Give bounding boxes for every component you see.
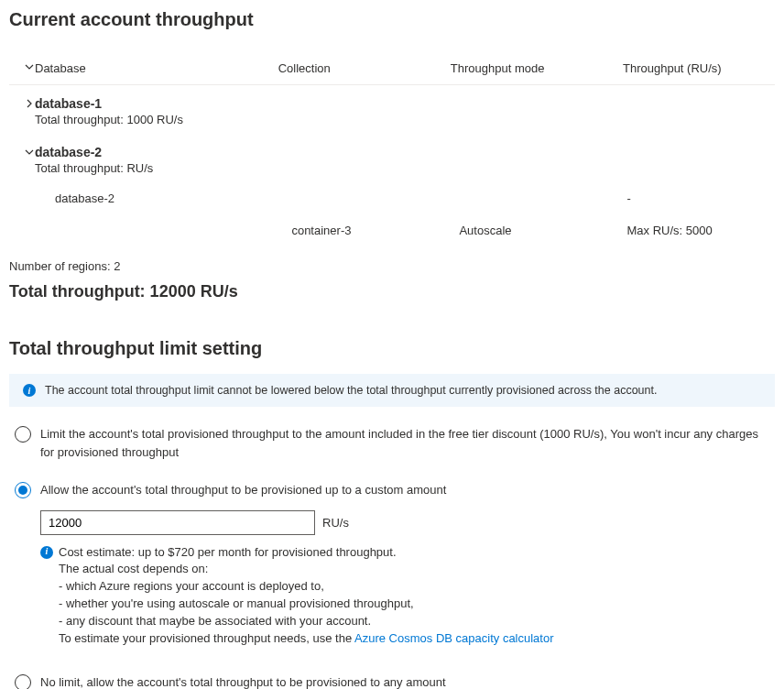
custom-amount-block: RU/s i Cost estimate: up to $720 per mon…	[40, 510, 775, 648]
database-row[interactable]: database-1 Total throughput: 1000 RU/s	[9, 85, 775, 134]
page-title: Current account throughput	[9, 9, 775, 30]
database-row[interactable]: database-2 Total throughput: RU/s	[9, 134, 775, 182]
radio-button[interactable]	[15, 674, 31, 689]
radio-group: Limit the account's total provisioned th…	[9, 425, 775, 689]
capacity-calculator-link[interactable]: Azure Cosmos DB capacity calculator	[354, 631, 553, 645]
column-header-throughput: Throughput (RU/s)	[623, 61, 775, 75]
table-row: container-3 Autoscale Max RU/s: 5000	[9, 214, 775, 246]
database-subtitle: Total throughput: RU/s	[35, 161, 775, 175]
radio-option-custom[interactable]: Allow the account's total throughput to …	[9, 481, 775, 499]
chevron-right-icon[interactable]	[9, 96, 35, 112]
cost-estimate-line: To estimate your provisioned throughput …	[59, 630, 775, 648]
radio-label: Allow the account's total throughput to …	[40, 481, 769, 499]
total-throughput: Total throughput: 12000 RU/s	[9, 282, 775, 301]
cost-estimate-bullet: - any discount that maybe be associated …	[59, 613, 775, 630]
section-title: Total throughput limit setting	[9, 338, 775, 359]
radio-button[interactable]	[15, 426, 31, 443]
table-row: database-2 -	[9, 182, 775, 214]
info-icon: i	[23, 384, 36, 397]
cost-estimate-line: The actual cost depends on:	[59, 561, 775, 578]
column-header-collection: Collection	[278, 61, 451, 75]
radio-selected-indicator	[18, 486, 27, 495]
column-header-mode: Throughput mode	[451, 61, 623, 75]
info-banner-text: The account total throughput limit canno…	[45, 384, 657, 397]
radio-option-no-limit[interactable]: No limit, allow the account's total thro…	[9, 673, 775, 689]
cost-estimate-line: Cost estimate: up to $720 per month for …	[59, 544, 775, 562]
info-icon: i	[40, 546, 53, 559]
database-name: database-1	[35, 96, 775, 111]
cost-estimate-bullet: - which Azure regions your account is de…	[59, 578, 775, 596]
radio-label: No limit, allow the account's total thro…	[40, 673, 769, 689]
cost-estimate-bullet: - whether you're using autoscale or manu…	[59, 596, 775, 613]
cell-collection	[291, 191, 459, 205]
database-subtitle: Total throughput: 1000 RU/s	[35, 113, 775, 126]
regions-count: Number of regions: 2	[9, 259, 775, 273]
cell-mode: Autoscale	[459, 224, 626, 237]
info-banner: i The account total throughput limit can…	[9, 374, 775, 407]
radio-button[interactable]	[15, 482, 31, 498]
cell-database: database-2	[35, 191, 291, 205]
expand-header-icon[interactable]	[9, 61, 35, 75]
cell-mode	[459, 191, 626, 205]
chevron-down-icon[interactable]	[9, 145, 35, 160]
input-unit: RU/s	[322, 516, 349, 530]
radio-label: Limit the account's total provisioned th…	[40, 425, 769, 461]
table-header: Database Collection Throughput mode Thro…	[9, 52, 775, 85]
cell-throughput: -	[627, 191, 776, 205]
radio-option-free-tier[interactable]: Limit the account's total provisioned th…	[9, 425, 775, 461]
cell-collection: container-3	[291, 224, 459, 237]
database-name: database-2	[35, 145, 775, 159]
cell-database	[35, 224, 291, 237]
cell-throughput: Max RU/s: 5000	[627, 224, 776, 237]
throughput-input[interactable]	[40, 510, 315, 535]
column-header-database: Database	[35, 61, 278, 75]
